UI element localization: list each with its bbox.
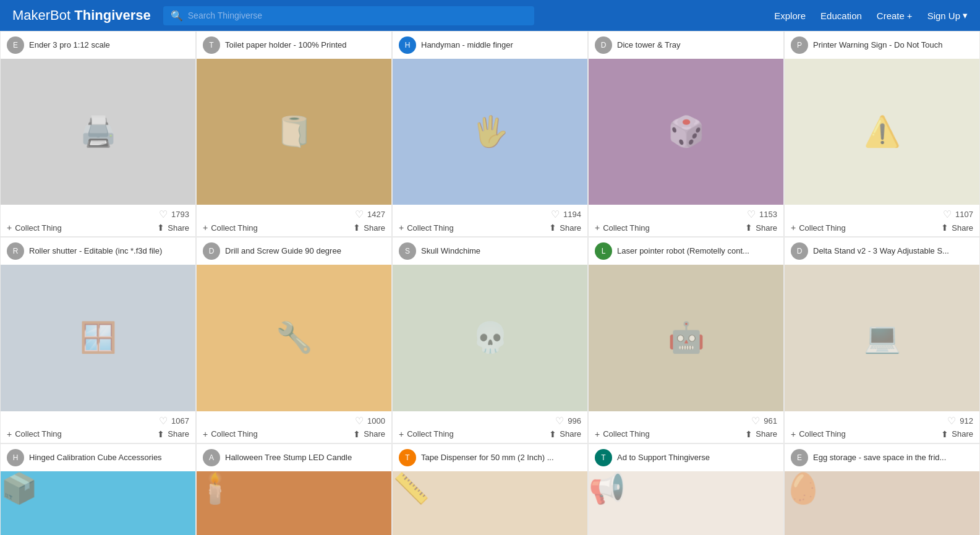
card-stats: ♡996 <box>399 415 581 427</box>
likes-count: 1427 <box>367 210 385 219</box>
search-input[interactable] <box>188 11 527 20</box>
collect-label: Collect Thing <box>211 223 258 233</box>
heart-icon[interactable]: ♡ <box>947 415 956 427</box>
collect-button[interactable]: +Collect Thing <box>7 223 62 233</box>
list-item[interactable]: PPrinter Warning Sign - Do Not Touch⚠️♡1… <box>784 31 980 237</box>
collect-button[interactable]: +Collect Thing <box>595 429 650 439</box>
heart-icon[interactable]: ♡ <box>747 208 756 220</box>
avatar: T <box>595 449 612 466</box>
card-image[interactable]: 📢 <box>589 471 783 536</box>
list-item[interactable]: TAd to Support Thingiverse📢 <box>588 443 784 536</box>
card-image[interactable]: 🪟 <box>1 265 195 411</box>
list-item[interactable]: DDrill and Screw Guide 90 degree🔧♡1000+C… <box>196 237 392 443</box>
card-image[interactable]: 🖐️ <box>393 59 587 205</box>
share-button[interactable]: ⬆Share <box>745 429 777 439</box>
card-header: TAd to Support Thingiverse <box>589 444 783 471</box>
card-image[interactable]: 📏 <box>393 471 587 536</box>
card-image[interactable]: 🖨️ <box>1 59 195 205</box>
collect-label: Collect Thing <box>15 223 62 233</box>
list-item[interactable]: SSkull Windchime💀♡996+Collect Thing⬆Shar… <box>392 237 588 443</box>
share-button[interactable]: ⬆Share <box>941 223 973 233</box>
share-button[interactable]: ⬆Share <box>353 429 385 439</box>
card-image[interactable]: 📦 <box>1 471 195 536</box>
card-actions: +Collect Thing⬆Share <box>399 223 581 233</box>
card-image[interactable]: 🥚 <box>785 471 979 536</box>
share-button[interactable]: ⬆Share <box>549 429 581 439</box>
heart-icon[interactable]: ♡ <box>551 208 560 220</box>
heart-icon[interactable]: ♡ <box>159 208 168 220</box>
share-button[interactable]: ⬆Share <box>745 223 777 233</box>
list-item[interactable]: TTape Dispenser for 50 mm (2 Inch) ...📏 <box>392 443 588 536</box>
card-image[interactable]: 🕯️ <box>197 471 391 536</box>
heart-icon[interactable]: ♡ <box>555 415 564 427</box>
avatar: P <box>791 36 808 54</box>
card-footer: ♡1427+Collect Thing⬆Share <box>197 205 391 236</box>
collect-button[interactable]: +Collect Thing <box>399 429 454 439</box>
card-image[interactable]: 💻 <box>785 265 979 411</box>
collect-button[interactable]: +Collect Thing <box>791 223 846 233</box>
list-item[interactable]: RRoller shutter - Editable (inc *.f3d fi… <box>0 237 196 443</box>
share-label: Share <box>952 223 973 233</box>
heart-icon[interactable]: ♡ <box>159 415 168 427</box>
list-item[interactable]: LLaser pointer robot (Remotelly cont...🤖… <box>588 237 784 443</box>
list-item[interactable]: AHalloween Tree Stump LED Candle🕯️ <box>196 443 392 536</box>
share-label: Share <box>756 223 777 233</box>
collect-button[interactable]: +Collect Thing <box>595 223 650 233</box>
card-image[interactable]: 🎲 <box>589 59 783 205</box>
card-title: Hinged Calibration Cube Accessories <box>29 453 162 463</box>
list-item[interactable]: TToilet paper holder - 100% Printed🧻♡142… <box>196 31 392 237</box>
card-title: Skull Windchime <box>421 246 480 256</box>
list-item[interactable]: DDelta Stand v2 - 3 Way Adjustable S...💻… <box>784 237 980 443</box>
share-icon: ⬆ <box>549 223 556 233</box>
card-image[interactable]: 🧻 <box>197 59 391 205</box>
card-header: AHalloween Tree Stump LED Candle <box>197 444 391 471</box>
chevron-down-icon: ▾ <box>963 10 968 21</box>
card-header: TToilet paper holder - 100% Printed <box>197 32 391 59</box>
share-button[interactable]: ⬆Share <box>157 223 189 233</box>
card-title: Egg storage - save space in the frid... <box>813 453 946 463</box>
share-label: Share <box>168 223 189 233</box>
share-button[interactable]: ⬆Share <box>549 223 581 233</box>
collect-button[interactable]: +Collect Thing <box>203 429 258 439</box>
card-title: Ender 3 pro 1:12 scale <box>29 40 110 50</box>
heart-icon[interactable]: ♡ <box>943 208 952 220</box>
collect-button[interactable]: +Collect Thing <box>203 223 258 233</box>
collect-label: Collect Thing <box>211 429 258 439</box>
list-item[interactable]: EEgg storage - save space in the frid...… <box>784 443 980 536</box>
search-bar[interactable]: 🔍 <box>163 6 534 25</box>
share-button[interactable]: ⬆Share <box>157 429 189 439</box>
list-item[interactable]: EEnder 3 pro 1:12 scale🖨️♡1793+Collect T… <box>0 31 196 237</box>
card-stats: ♡1427 <box>203 208 385 220</box>
nav-signup[interactable]: Sign Up ▾ <box>927 10 968 21</box>
heart-icon[interactable]: ♡ <box>751 415 760 427</box>
list-item[interactable]: DDice tower & Tray🎲♡1153+Collect Thing⬆S… <box>588 31 784 237</box>
card-header: EEgg storage - save space in the frid... <box>785 444 979 471</box>
avatar: H <box>399 36 416 54</box>
share-button[interactable]: ⬆Share <box>941 429 973 439</box>
nav-create[interactable]: Create + <box>877 11 913 21</box>
plus-icon: + <box>791 223 796 233</box>
share-button[interactable]: ⬆Share <box>353 223 385 233</box>
card-image[interactable]: 🔧 <box>197 265 391 411</box>
heart-icon[interactable]: ♡ <box>355 208 364 220</box>
card-image[interactable]: 🤖 <box>589 265 783 411</box>
share-label: Share <box>560 429 581 439</box>
likes-count: 961 <box>764 416 777 426</box>
collect-button[interactable]: +Collect Thing <box>791 429 846 439</box>
card-title: Printer Warning Sign - Do Not Touch <box>813 40 943 50</box>
card-image[interactable]: ⚠️ <box>785 59 979 205</box>
collect-button[interactable]: +Collect Thing <box>7 429 62 439</box>
card-actions: +Collect Thing⬆Share <box>791 429 973 439</box>
nav-education[interactable]: Education <box>820 11 862 21</box>
heart-icon[interactable]: ♡ <box>355 415 364 427</box>
avatar: E <box>7 36 24 54</box>
card-image[interactable]: 💀 <box>393 265 587 411</box>
share-label: Share <box>952 429 973 439</box>
card-image-icon: 🥚 <box>785 472 822 505</box>
logo[interactable]: MakerBot Thingiverse <box>12 7 151 24</box>
collect-button[interactable]: +Collect Thing <box>399 223 454 233</box>
nav-explore[interactable]: Explore <box>774 11 806 21</box>
list-item[interactable]: HHinged Calibration Cube Accessories📦 <box>0 443 196 536</box>
share-icon: ⬆ <box>745 429 752 439</box>
list-item[interactable]: HHandyman - middle finger🖐️♡1194+Collect… <box>392 31 588 237</box>
